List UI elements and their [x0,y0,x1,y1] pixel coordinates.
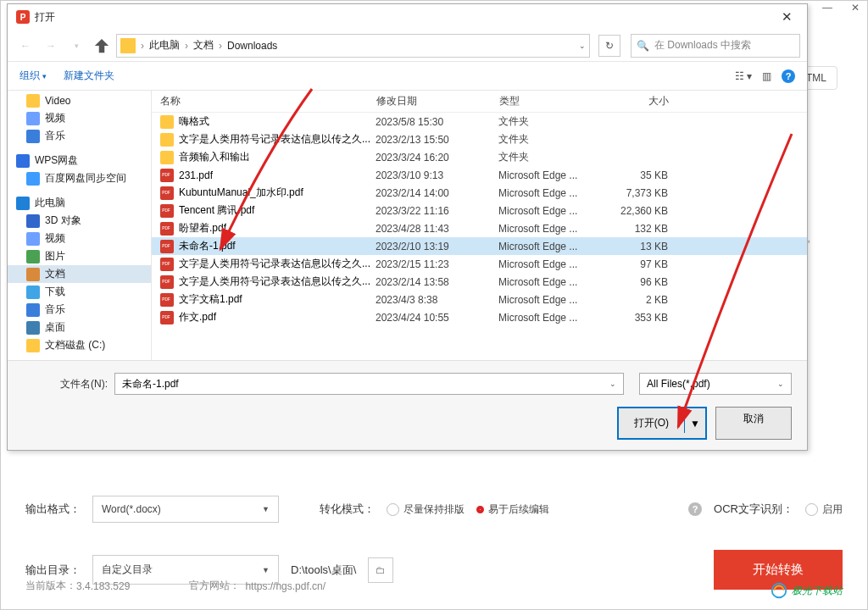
cancel-button[interactable]: 取消 [715,407,792,440]
file-name: 未命名-1.pdf [179,239,376,253]
col-type[interactable]: 类型 [499,94,609,108]
dialog-close-button[interactable]: ✕ [770,4,804,30]
sidebar-item[interactable]: Video [8,92,151,109]
chevron-down-icon[interactable]: ⌄ [777,380,784,388]
organize-menu[interactable]: 组织 [19,69,47,83]
sidebar-item[interactable]: WPS网盘 [8,152,151,169]
nav-up-button[interactable] [91,35,113,57]
sidebar-icon [26,130,40,143]
ocr-enable-radio[interactable]: 启用 [805,502,843,517]
sidebar-label: 桌面 [45,320,65,335]
sidebar-label: 此电脑 [35,196,65,210]
nav-forward-button[interactable]: → [40,35,62,57]
site-link[interactable]: https://hgs.pdf.cn/ [245,580,326,592]
pdf-icon [160,258,174,271]
col-name[interactable]: 名称 [160,94,376,108]
chevron-down-icon[interactable]: ⌄ [609,380,616,388]
crumb-0[interactable]: 此电脑 [146,38,183,53]
address-bar[interactable]: › 此电脑 › 文档 › Downloads ⌄ [116,34,590,58]
sidebar-item[interactable]: 视频 [8,109,151,127]
view-mode-button[interactable]: ☷ ▾ [735,70,752,82]
file-date: 2023/4/24 10:55 [376,312,498,324]
sidebar-item[interactable]: 3D 对象 [8,212,151,230]
swirl-icon [770,581,788,600]
sidebar-label: 文档 [45,267,65,281]
minimize-button[interactable]: — [822,2,832,14]
table-row[interactable]: Tencent 腾讯.pdf2023/3/22 11:16Microsoft E… [152,202,807,219]
filename-label: 文件名(N): [23,377,108,391]
table-row[interactable]: 文字文稿1.pdf2023/4/3 8:38Microsoft Edge ...… [152,291,807,308]
close-button[interactable]: ✕ [851,2,860,14]
sidebar-item[interactable]: 下载 [8,283,151,301]
pdf-icon [160,293,174,307]
file-name: 231.pdf [179,169,376,181]
col-size[interactable]: 大小 [609,94,669,108]
table-row[interactable]: 盼望着.pdf2023/4/28 11:43Microsoft Edge ...… [152,219,807,237]
file-type: Microsoft Edge ... [498,258,609,270]
sidebar-item[interactable]: 百度网盘同步空间 [8,169,151,187]
sidebar-icon [26,232,40,246]
filetype-filter[interactable]: All Files(*.pdf) ⌄ [639,373,792,395]
mode-keep-layout-radio[interactable]: 尽量保持排版 [387,502,465,517]
mode-easy-edit-radio[interactable]: 易于后续编辑 [476,502,549,517]
file-name: 文字是人类用符号记录表达信息以传之久... [179,274,376,289]
sidebar-item[interactable]: 视频 [8,230,151,247]
sidebar-label: 音乐 [45,129,65,143]
table-row[interactable]: 未命名-1.pdf2023/2/10 13:19Microsoft Edge .… [152,237,807,255]
sidebar-icon [26,94,40,108]
file-type: Microsoft Edge ... [498,241,609,252]
chevron-down-icon: ▼ [262,505,270,513]
search-input[interactable]: 🔍 在 Downloads 中搜索 [631,34,800,58]
file-size: 2 KB [609,294,668,306]
open-file-dialog: P 打开 ✕ ← → ▾ › 此电脑 › 文档 › Downloads ⌄ ↻ … [7,3,808,451]
chevron-down-icon[interactable]: ⌄ [579,42,586,50]
ocr-enable-label: 启用 [822,502,843,517]
file-name: 文字文稿1.pdf [179,292,376,307]
pdf-icon [160,204,174,218]
sidebar-item[interactable]: 音乐 [8,301,151,319]
file-size: 353 KB [609,312,668,324]
sidebar-item[interactable]: 文档磁盘 (C:) [8,336,151,354]
sidebar-icon [26,321,40,335]
crumb-2[interactable]: Downloads [224,40,281,52]
sidebar-item[interactable]: 文档 [8,265,151,283]
table-row[interactable]: 作文.pdf2023/4/24 10:55Microsoft Edge ...3… [152,308,807,326]
file-name: 音频输入和输出 [179,150,376,164]
nav-recent-button[interactable]: ▾ [65,35,87,57]
table-row[interactable]: 文字是人类用符号记录表达信息以传之久...2023/2/13 15:50文件夹 [152,130,807,148]
sidebar-label: 视频 [45,111,65,125]
nav-back-button[interactable]: ← [14,35,36,57]
help-icon[interactable]: ? [782,69,795,83]
col-date[interactable]: 修改日期 [376,94,499,108]
crumb-1[interactable]: 文档 [190,38,217,53]
chevron-down-icon: ▼ [262,566,270,574]
table-row[interactable]: 231.pdf2023/3/10 9:13Microsoft Edge ...3… [152,166,807,184]
new-folder-button[interactable]: 新建文件夹 [64,69,114,83]
table-row[interactable]: KubuntuManual_加水印.pdf2023/2/14 14:00Micr… [152,184,807,202]
filename-input[interactable]: 未命名-1.pdf ⌄ [114,373,624,395]
table-row[interactable]: 嗨格式2023/5/8 15:30文件夹 [152,113,807,130]
output-dir-value: 自定义目录 [102,563,153,577]
file-name: 文字是人类用符号记录表达信息以传之久... [179,257,376,271]
table-row[interactable]: 文字是人类用符号记录表达信息以传之久...2023/2/14 13:58Micr… [152,273,807,291]
file-type: Microsoft Edge ... [498,187,609,199]
folder-icon [120,38,136,53]
file-date: 2023/4/28 11:43 [376,223,498,235]
file-type: Microsoft Edge ... [498,276,609,288]
sidebar-item[interactable]: 桌面 [8,319,151,336]
sidebar-item[interactable]: 音乐 [8,127,151,145]
sidebar-item[interactable]: 此电脑 [8,194,151,212]
open-button[interactable]: 打开(O) ▼ [617,407,707,440]
check-icon [476,506,484,513]
preview-pane-button[interactable]: ▥ [762,70,771,82]
filter-value: All Files(*.pdf) [647,378,710,390]
table-row[interactable]: 音频输入和输出2023/3/24 16:20文件夹 [152,148,807,166]
refresh-button[interactable]: ↻ [598,35,620,57]
sidebar-item[interactable]: 图片 [8,247,151,265]
download-site-logo: 极光下载站 [770,581,843,600]
file-date: 2023/2/13 15:50 [376,134,498,146]
open-dropdown-button[interactable]: ▼ [684,414,705,433]
table-row[interactable]: 文字是人类用符号记录表达信息以传之久...2023/2/15 11:23Micr… [152,255,807,273]
file-name: 作文.pdf [179,310,376,324]
output-format-select[interactable]: Word(*.docx)▼ [92,496,279,523]
